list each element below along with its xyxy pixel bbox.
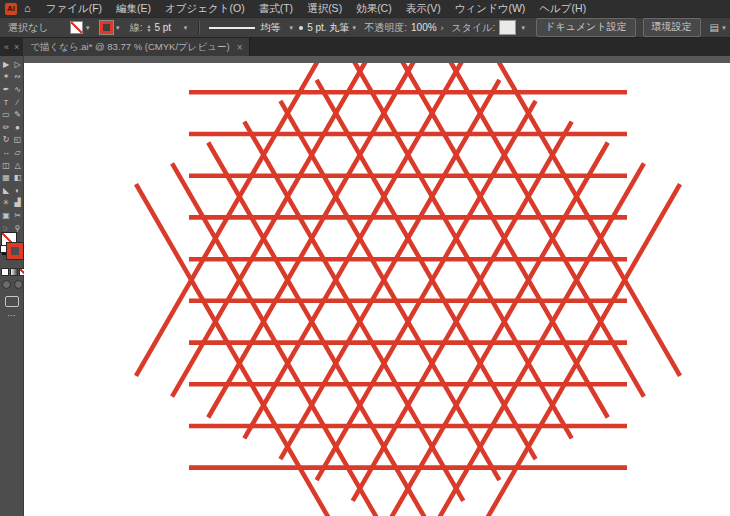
triangle-grid-line[interactable] [280,80,499,459]
fill-color-swatch-none[interactable] [70,21,83,34]
selection-tool[interactable]: ▶ [0,58,12,71]
triangle-grid-line[interactable] [353,122,572,501]
edit-toolbar-ellipsis[interactable]: … [0,308,24,318]
slice-tool[interactable]: ✂ [12,209,23,222]
line-segment-tool[interactable]: ∕ [12,96,23,109]
opacity-expander-icon[interactable]: › [441,23,444,33]
gradient-button[interactable] [10,268,18,276]
style-label: スタイル: [452,21,496,35]
triangle-grid-line[interactable] [280,101,499,480]
curvature-tool[interactable]: ∿ [12,83,23,96]
canvas-area[interactable] [24,56,730,516]
rectangle-tool[interactable]: ▭ [0,108,12,121]
document-tab-bar: « × で描くなら.ai* @ 83.77 % (CMYK/プレビュー) × [0,38,730,56]
chevron-down-icon[interactable]: ▼ [182,25,188,31]
drawing-mode-buttons [2,280,23,289]
triangle-grid-line[interactable] [389,143,608,516]
menubar-items: ファイル(F)編集(E)オブジェクト(O)書式(T)選択(S)効果(C)表示(V… [39,0,594,17]
menu-item[interactable]: オブジェクト(O) [158,0,252,17]
illustrator-window: { "app": { "logo_text": "Ai" }, "menubar… [0,0,730,516]
pencil-tool[interactable]: ✏ [0,121,12,134]
draw-behind-icon[interactable] [14,280,23,289]
triangle-grid-line[interactable] [425,63,644,397]
perspective-grid-tool[interactable]: △ [12,159,23,172]
menu-item[interactable]: 選択(S) [300,0,349,17]
width-tool[interactable]: ↔ [0,146,12,159]
menu-item[interactable]: 効果(C) [349,0,399,17]
column-graph-tool[interactable]: ▟ [12,197,23,210]
paintbrush-tool[interactable]: ✎ [12,108,23,121]
stroke-weight-value[interactable]: 5 pt [154,22,180,33]
stroke-weight-stepper[interactable]: ▲▼ [146,24,151,32]
document-tab[interactable]: で描くなら.ai* @ 83.77 % (CMYK/プレビュー) × [23,38,250,56]
color-button[interactable] [1,268,9,276]
tools-panel: ▶▷✶∾✒∿T∕▭✎✏●↻◱↔▱◫△▦◧◣◐✳▟▣✂☞⚲ … [0,56,24,516]
tools-grid: ▶▷✶∾✒∿T∕▭✎✏●↻◱↔▱◫△▦◧◣◐✳▟▣✂☞⚲ [0,56,23,234]
scale-tool[interactable]: ◱ [12,134,23,147]
screen-mode-icon[interactable] [5,296,19,307]
variable-width-profile-preview [209,27,255,29]
chevron-down-icon[interactable]: ▼ [721,25,727,31]
pasteboard-strip [24,56,730,63]
lasso-tool[interactable]: ∾ [12,71,23,84]
triangle-grid-line[interactable] [244,122,463,501]
document-setup-button[interactable]: ドキュメント設定 [536,18,635,37]
menu-item[interactable]: 表示(V) [399,0,448,17]
brush-preview-icon [299,26,303,30]
triangle-grid-line[interactable] [172,63,391,397]
blob-brush-tool[interactable]: ● [12,121,23,134]
artwork-svg[interactable] [24,63,730,516]
gradient-tool[interactable]: ◧ [12,171,23,184]
opacity-value[interactable]: 100% [411,22,437,33]
menu-item[interactable]: ウィンドウ(W) [448,0,533,17]
tab-scroll-icon[interactable]: « [0,42,12,53]
menu-item[interactable]: ヘルプ(H) [532,0,593,17]
symbol-sprayer-tool[interactable]: ✳ [0,197,12,210]
tab-bar-close-icon[interactable]: × [12,42,23,53]
menu-item[interactable]: 編集(E) [109,0,158,17]
arrange-documents-icon[interactable]: ▤ [710,22,719,33]
brush-definition-value[interactable]: 5 pt. 丸筆 [307,21,349,35]
chevron-down-icon[interactable]: ▼ [85,25,91,31]
triangle-grid-line[interactable] [208,143,427,516]
mesh-tool[interactable]: ▦ [0,171,12,184]
stroke-weight-label: 線: [130,21,143,35]
opacity-label: 不透明度: [364,21,407,35]
eyedropper-tool[interactable]: ◣ [0,184,12,197]
selection-status: 選択なし [8,21,70,35]
rotate-tool[interactable]: ↻ [0,134,12,147]
triangle-grid-line[interactable] [317,80,536,459]
blend-tool[interactable]: ◐ [12,184,23,197]
control-bar: 選択なし ▼ ▼ 線: ▲▼ 5 pt ▼ 均等 ▼ 5 pt. 丸筆 ▼ 不透… [0,17,730,38]
chevron-down-icon[interactable]: ▼ [520,25,526,31]
menu-item[interactable]: ファイル(F) [39,0,109,17]
type-tool[interactable]: T [0,96,12,109]
graphic-style-swatch[interactable] [499,20,516,35]
magic-wand-tool[interactable]: ✶ [0,71,12,84]
stroke-proxy-red[interactable] [7,243,23,259]
draw-normal-icon[interactable] [2,280,11,289]
tab-close-icon[interactable]: × [237,42,243,53]
illustrator-logo-icon: Ai [5,3,17,15]
menu-item[interactable]: 書式(T) [252,0,300,17]
divider [198,21,200,34]
stroke-color-swatch[interactable] [100,21,113,34]
shape-builder-tool[interactable]: ◫ [0,159,12,172]
document-tab-title: で描くなら.ai* @ 83.77 % (CMYK/プレビュー) [30,41,229,54]
direct-selection-tool[interactable]: ▷ [12,58,23,71]
variable-width-profile-value[interactable]: 均等 [260,21,286,35]
artboard-tool[interactable]: ▣ [0,209,12,222]
pen-tool[interactable]: ✒ [0,83,12,96]
chevron-down-icon[interactable]: ▼ [351,25,357,31]
home-icon[interactable]: ⌂ [24,2,31,14]
preferences-button[interactable]: 環境設定 [643,18,701,37]
triangle-grid-line[interactable] [317,101,536,480]
chevron-down-icon[interactable]: ▼ [115,25,121,31]
menu-bar: Ai ⌂ ファイル(F)編集(E)オブジェクト(O)書式(T)選択(S)効果(C… [0,0,730,17]
fill-stroke-proxy-area: … [0,232,24,332]
chevron-down-icon[interactable]: ▼ [288,25,294,31]
free-transform-tool[interactable]: ▱ [12,146,23,159]
triangle-grid-line[interactable] [208,63,427,417]
